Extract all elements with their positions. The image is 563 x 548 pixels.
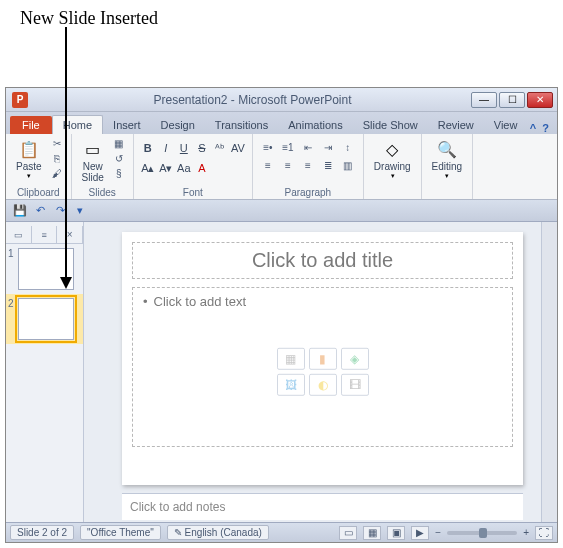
insert-chart-icon[interactable]: ▮ (309, 348, 337, 370)
group-label-paragraph: Paragraph (259, 186, 357, 199)
font-color-button[interactable]: A (194, 160, 210, 176)
indent-inc-button[interactable]: ⇥ (319, 140, 337, 154)
group-editing: 🔍 Editing ▾ (422, 134, 474, 199)
tab-file[interactable]: File (10, 116, 52, 134)
underline-button[interactable]: U (176, 140, 192, 156)
insert-clipart-icon[interactable]: ◐ (309, 374, 337, 396)
notes-pane[interactable]: Click to add notes (122, 493, 523, 520)
group-label-clipboard: Clipboard (12, 186, 65, 199)
help-icon[interactable]: ? (542, 122, 549, 134)
reading-view-button[interactable]: ▣ (387, 526, 405, 540)
insert-media-icon[interactable]: 🎞 (341, 374, 369, 396)
group-label-font: Font (140, 186, 246, 199)
tab-slideshow[interactable]: Slide Show (353, 116, 428, 134)
shapes-icon: ◇ (381, 138, 403, 160)
annotation-label: New Slide Inserted (0, 0, 563, 37)
group-label-drawing (370, 197, 415, 199)
tab-review[interactable]: Review (428, 116, 484, 134)
ribbon: 📋 Paste ▾ ✂ ⎘ 🖌 Clipboard ▭ New Slide (6, 134, 557, 200)
insert-smartart-icon[interactable]: ◈ (341, 348, 369, 370)
shadow-button[interactable]: ᴬᵇ (212, 140, 228, 156)
group-slides: ▭ New Slide ▦ ↺ § Slides (72, 134, 134, 199)
content-placeholder[interactable]: •Click to add text ▦ ▮ ◈ 🖼 ◐ 🎞 (132, 287, 513, 447)
chevron-down-icon: ▾ (391, 172, 395, 180)
grow-font-button[interactable]: A▴ (140, 160, 156, 176)
insert-picture-icon[interactable]: 🖼 (277, 374, 305, 396)
section-button[interactable]: § (111, 166, 127, 180)
tab-animations[interactable]: Animations (278, 116, 352, 134)
group-drawing: ◇ Drawing ▾ (364, 134, 422, 199)
quick-access-toolbar: 💾 ↶ ↷ ▾ (6, 200, 557, 222)
copy-button[interactable]: ⎘ (49, 151, 65, 165)
strike-button[interactable]: S (194, 140, 210, 156)
slide-canvas[interactable]: Click to add title •Click to add text ▦ … (122, 232, 523, 485)
status-theme: "Office Theme" (80, 525, 161, 540)
tab-insert[interactable]: Insert (103, 116, 151, 134)
clear-format-button[interactable]: Aa (176, 160, 192, 176)
align-center-button[interactable]: ≡ (279, 158, 297, 172)
minimize-button[interactable]: — (471, 92, 497, 108)
tab-design[interactable]: Design (151, 116, 205, 134)
close-button[interactable]: ✕ (527, 92, 553, 108)
zoom-in-button[interactable]: + (523, 527, 529, 538)
paste-button[interactable]: 📋 Paste ▾ (12, 136, 46, 182)
status-language[interactable]: ✎ English (Canada) (167, 525, 269, 540)
layout-button[interactable]: ▦ (111, 136, 127, 150)
app-icon: P (12, 92, 28, 108)
panel-close[interactable]: × (57, 226, 83, 243)
title-placeholder[interactable]: Click to add title (132, 242, 513, 279)
spacing-button[interactable]: AV (230, 140, 246, 156)
group-label-editing (428, 197, 467, 199)
align-left-button[interactable]: ≡ (259, 158, 277, 172)
vertical-scrollbar[interactable] (541, 222, 557, 522)
indent-dec-button[interactable]: ⇤ (299, 140, 317, 154)
status-slide-count: Slide 2 of 2 (10, 525, 74, 540)
align-right-button[interactable]: ≡ (299, 158, 317, 172)
shrink-font-button[interactable]: A▾ (158, 160, 174, 176)
outline-tab[interactable]: ≡ (32, 226, 58, 243)
fit-window-button[interactable]: ⛶ (535, 526, 553, 540)
zoom-out-button[interactable]: − (435, 527, 441, 538)
tab-home[interactable]: Home (52, 115, 103, 134)
slide-thumb-2[interactable]: 2 (6, 294, 83, 344)
ribbon-minimize-icon[interactable]: ^ (530, 122, 536, 134)
cut-button[interactable]: ✂ (49, 136, 65, 150)
group-label-slides: Slides (78, 186, 127, 199)
reset-button[interactable]: ↺ (111, 151, 127, 165)
window-title: Presentation2 - Microsoft PowerPoint (34, 93, 471, 107)
tab-transitions[interactable]: Transitions (205, 116, 278, 134)
slides-panel: ▭ ≡ × 1 2 (6, 222, 84, 522)
slides-tab[interactable]: ▭ (6, 226, 32, 243)
normal-view-button[interactable]: ▭ (339, 526, 357, 540)
maximize-button[interactable]: ☐ (499, 92, 525, 108)
title-bar: P Presentation2 - Microsoft PowerPoint —… (6, 88, 557, 112)
sorter-view-button[interactable]: ▦ (363, 526, 381, 540)
editing-button[interactable]: 🔍 Editing ▾ (428, 136, 467, 182)
drawing-button[interactable]: ◇ Drawing ▾ (370, 136, 415, 182)
powerpoint-window: P Presentation2 - Microsoft PowerPoint —… (5, 87, 558, 543)
undo-button[interactable]: ↶ (32, 203, 48, 219)
qat-customize-button[interactable]: ▾ (72, 203, 88, 219)
ribbon-tabs: File Home Insert Design Transitions Anim… (6, 112, 557, 134)
format-painter-button[interactable]: 🖌 (49, 166, 65, 180)
find-icon: 🔍 (436, 138, 458, 160)
group-font: B I U S ᴬᵇ AV A▴ A▾ Aa A Font (134, 134, 253, 199)
status-bar: Slide 2 of 2 "Office Theme" ✎ English (C… (6, 522, 557, 542)
thumbnail (18, 298, 74, 340)
new-slide-button[interactable]: ▭ New Slide (78, 136, 108, 185)
bullets-button[interactable]: ≡• (259, 140, 277, 154)
insert-table-icon[interactable]: ▦ (277, 348, 305, 370)
bold-button[interactable]: B (140, 140, 156, 156)
justify-button[interactable]: ≣ (319, 158, 337, 172)
save-button[interactable]: 💾 (12, 203, 28, 219)
content-insert-icons: ▦ ▮ ◈ 🖼 ◐ 🎞 (277, 348, 369, 396)
zoom-slider[interactable] (447, 531, 517, 535)
numbering-button[interactable]: ≡1 (279, 140, 297, 154)
columns-button[interactable]: ▥ (339, 158, 357, 172)
slideshow-view-button[interactable]: ▶ (411, 526, 429, 540)
tab-view[interactable]: View (484, 116, 528, 134)
italic-button[interactable]: I (158, 140, 174, 156)
line-spacing-button[interactable]: ↕ (339, 140, 357, 154)
new-slide-icon: ▭ (82, 138, 104, 160)
bullet-icon: • (143, 294, 148, 309)
